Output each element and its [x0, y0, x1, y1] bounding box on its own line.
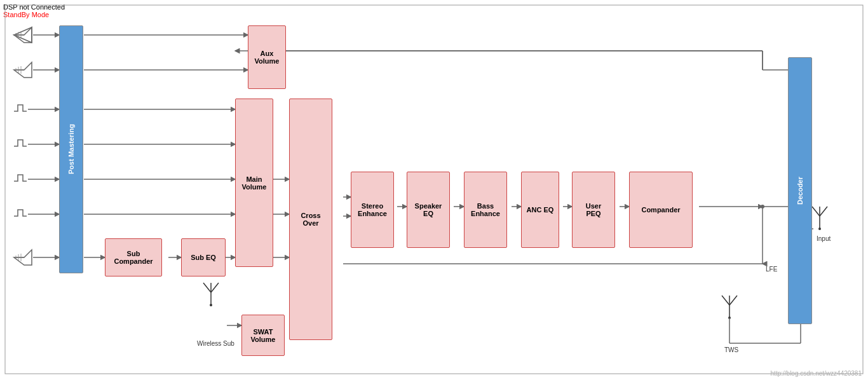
speaker-eq-block[interactable]: Speaker EQ [407, 172, 450, 248]
stereo-enhance-label: Stereo Enhance [358, 202, 387, 217]
sub-compander-block[interactable]: Sub Compander [105, 238, 162, 276]
watermark: http://blog.csdn.net/wzz4420381 [771, 370, 862, 377]
svg-line-28 [812, 207, 820, 216]
crossover-label: Cross Over [301, 212, 320, 227]
main-volume-block[interactable]: Main Volume [235, 99, 273, 267]
aux-volume-block[interactable]: Aux Volume [248, 25, 286, 89]
svg-point-26 [728, 317, 731, 319]
svg-marker-2 [14, 27, 32, 43]
post-mastering-block[interactable]: Post Mastering [59, 25, 83, 273]
bass-enhance-block[interactable]: Bass Enhance [464, 172, 507, 248]
speaker-eq-label: Speaker EQ [415, 202, 442, 217]
user-peq-label: User PEQ [586, 202, 601, 217]
standby-mode-text: StandBy Mode [3, 11, 65, 18]
wireless-sub-label: Wireless Sub [197, 340, 234, 347]
input-label: Input [817, 235, 831, 242]
svg-marker-7 [14, 62, 32, 78]
svg-point-63 [761, 205, 764, 208]
svg-line-30 [820, 207, 827, 216]
dsp-status: DSP not Connected StandBy Mode [3, 3, 65, 18]
svg-line-20 [211, 283, 219, 292]
aux-volume-label: Aux Volume [255, 50, 280, 65]
crossover-block[interactable]: Cross Over [289, 99, 332, 340]
dsp-status-text: DSP not Connected [3, 3, 65, 11]
post-mastering-label: Post Mastering [67, 125, 75, 175]
stereo-enhance-block[interactable]: Stereo Enhance [351, 172, 394, 248]
anc-eq-block[interactable]: ANC EQ [521, 172, 559, 248]
svg-marker-12 [14, 250, 32, 265]
anc-eq-label: ANC EQ [527, 206, 554, 214]
lfe-label: LFE [766, 266, 777, 273]
swat-volume-block[interactable]: SWAT Volume [241, 315, 285, 356]
svg-line-23 [722, 296, 729, 305]
svg-point-21 [210, 304, 212, 306]
bass-enhance-label: Bass Enhance [471, 202, 500, 217]
compander-block[interactable]: Compander [629, 172, 693, 248]
main-volume-label: Main Volume [242, 175, 267, 191]
svg-point-31 [818, 228, 821, 230]
sub-eq-block[interactable]: Sub EQ [181, 238, 226, 276]
user-peq-block[interactable]: User PEQ [572, 172, 615, 248]
tws-label: TWS [724, 346, 738, 353]
decoder-block[interactable]: Decoder [788, 57, 812, 324]
sub-compander-label: Sub Compander [114, 250, 153, 265]
compander-label: Compander [641, 206, 680, 214]
svg-line-18 [203, 283, 211, 292]
svg-marker-1 [14, 27, 32, 43]
decoder-label: Decoder [796, 177, 804, 205]
sub-eq-label: Sub EQ [191, 254, 216, 261]
swat-volume-label: SWAT Volume [251, 328, 276, 343]
svg-line-25 [729, 296, 737, 305]
